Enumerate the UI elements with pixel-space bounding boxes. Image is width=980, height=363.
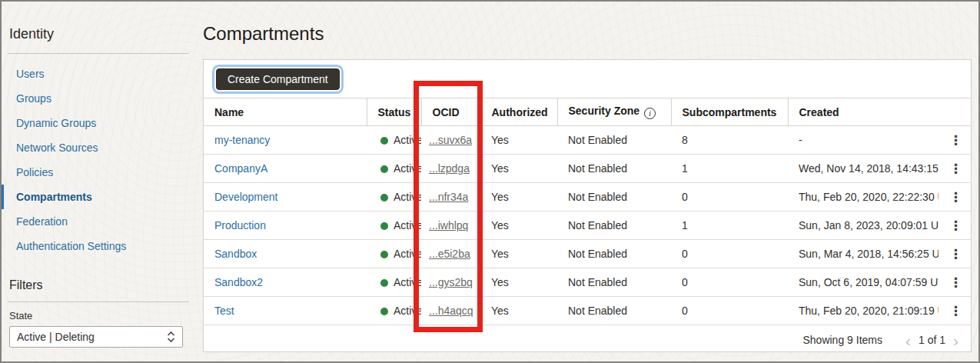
status-dot-icon: [380, 308, 388, 315]
ocid-link[interactable]: ...suvx6a: [429, 134, 472, 146]
sidebar-nav-item-label: Compartments: [16, 191, 92, 203]
ocid-cell: ...suvx6a: [421, 126, 480, 155]
create-compartment-button[interactable]: Create Compartment: [216, 68, 340, 90]
authorized-cell: Yes: [480, 155, 557, 183]
compartment-name-link[interactable]: Sandbox2: [214, 276, 263, 288]
authorized-cell: Yes: [480, 126, 557, 155]
actions-cell: ⋮: [938, 297, 971, 325]
sidebar-nav-item-label: Authentication Settings: [16, 240, 126, 252]
compartment-name-link[interactable]: Test: [214, 305, 234, 317]
security-zone-cell: Not Enabled: [557, 268, 671, 297]
divider: [8, 301, 189, 302]
ocid-link[interactable]: ...gys2bq: [429, 276, 473, 288]
sidebar-nav-item[interactable]: Dynamic Groups: [2, 111, 195, 135]
divider: [8, 53, 189, 54]
sidebar-nav-item[interactable]: Compartments: [2, 185, 195, 209]
ocid-link[interactable]: ...h4aqcq: [429, 305, 473, 317]
security-zone-cell: Not Enabled: [557, 297, 671, 325]
table-row: Development Active ...nfr34a Yes Not Ena…: [204, 183, 971, 211]
next-page-icon[interactable]: ›: [953, 332, 958, 348]
sidebar-nav-item-label: Dynamic Groups: [16, 117, 96, 129]
status-cell: Active: [367, 268, 421, 297]
ocid-cell: ...lzpdga: [421, 155, 480, 183]
sidebar-nav-item[interactable]: Policies: [2, 160, 195, 185]
column-header-authorized: Authorized: [480, 98, 557, 126]
name-cell: Production: [204, 211, 367, 240]
kebab-menu-icon[interactable]: ⋮: [949, 162, 962, 176]
actions-cell: ⋮: [938, 155, 971, 183]
sidebar-nav-item-label: Federation: [16, 215, 68, 228]
info-icon[interactable]: i: [644, 108, 656, 119]
toolbar: Create Compartment: [204, 60, 971, 98]
ocid-link[interactable]: ...iwhlpq: [429, 219, 468, 231]
authorized-cell: Yes: [480, 183, 557, 211]
previous-page-icon[interactable]: ‹: [905, 332, 911, 348]
kebab-menu-icon[interactable]: ⋮: [949, 304, 962, 318]
security-zone-cell: Not Enabled: [557, 183, 671, 211]
sidebar-nav-item[interactable]: Network Sources: [2, 135, 195, 160]
status-dot-icon: [380, 279, 388, 287]
kebab-menu-icon[interactable]: ⋮: [949, 247, 962, 261]
column-header-created: Created: [788, 98, 938, 126]
sidebar-nav-item[interactable]: Users: [2, 62, 195, 86]
sidebar-title: Identity: [9, 26, 195, 42]
oci-console-screenshot: Identity Users Groups Dynamic Groups Net…: [0, 0, 980, 363]
table-row: Test Active ...h4aqcq Yes Not Enabled 0 …: [204, 297, 971, 325]
status-text: Active: [394, 191, 421, 203]
ocid-cell: ...h4aqcq: [421, 297, 480, 325]
status-dot-icon: [380, 137, 388, 145]
actions-cell: ⋮: [938, 183, 971, 211]
pagination: ‹ 1 of 1 ›: [905, 332, 958, 348]
status-text: Active: [394, 219, 421, 231]
ocid-link[interactable]: ...e5i2ba: [429, 248, 470, 260]
column-header-name: Name: [204, 98, 367, 126]
filters-heading: Filters: [9, 278, 195, 292]
compartment-name-link[interactable]: Development: [214, 191, 278, 203]
security-zone-cell: Not Enabled: [557, 211, 671, 240]
security-zone-cell: Not Enabled: [557, 240, 671, 268]
created-cell: Thu, Feb 20, 2020, 21:09:19 UTC: [788, 297, 938, 325]
authorized-cell: Yes: [480, 240, 557, 268]
table-row: Production Active ...iwhlpq Yes Not Enab…: [204, 211, 971, 240]
ocid-link[interactable]: ...lzpdga: [429, 162, 470, 175]
sidebar-nav-item[interactable]: Federation: [2, 209, 195, 234]
ocid-link[interactable]: ...nfr34a: [429, 191, 468, 203]
compartment-name-link[interactable]: CompanyA: [214, 162, 267, 175]
compartments-panel: Create Compartment Name Status OCID Auth…: [203, 59, 972, 352]
compartments-table: Name Status OCID Authorized Security Zon…: [204, 98, 971, 325]
name-cell: Sandbox: [204, 240, 367, 268]
security-zone-cell: Not Enabled: [557, 155, 671, 183]
subcompartments-cell: 0: [671, 240, 788, 268]
column-header-security-zone: Security Zonei: [557, 98, 671, 126]
kebab-menu-icon[interactable]: ⋮: [949, 275, 962, 290]
compartment-name-link[interactable]: Sandbox: [214, 248, 257, 260]
ocid-cell: ...e5i2ba: [421, 240, 480, 268]
created-cell: Sun, Oct 6, 2019, 04:07:59 UTC: [788, 268, 938, 297]
sidebar-nav-item-label: Groups: [16, 92, 51, 105]
page-indicator: 1 of 1: [919, 334, 945, 346]
compartment-name-link[interactable]: my-tenancy: [214, 134, 270, 146]
state-select[interactable]: Active | Deleting: [9, 326, 183, 348]
compartment-name-link[interactable]: Production: [214, 219, 266, 231]
name-cell: CompanyA: [204, 155, 367, 183]
kebab-menu-icon[interactable]: ⋮: [949, 218, 962, 233]
status-dot-icon: [380, 165, 388, 173]
kebab-menu-icon[interactable]: ⋮: [949, 133, 962, 148]
sidebar-nav-item[interactable]: Groups: [2, 86, 195, 111]
column-header-actions: [938, 98, 971, 126]
status-dot-icon: [380, 194, 388, 201]
items-count-text: Showing 9 Items: [802, 334, 882, 346]
sidebar-nav-item[interactable]: Authentication Settings: [2, 234, 195, 258]
state-filter-label: State: [9, 310, 195, 321]
kebab-menu-icon[interactable]: ⋮: [949, 190, 962, 205]
subcompartments-cell: 0: [671, 297, 788, 325]
security-zone-cell: Not Enabled: [557, 126, 671, 155]
created-cell: Wed, Nov 14, 2018, 14:43:15 UTC: [788, 155, 938, 183]
ocid-cell: ...gys2bq: [421, 268, 480, 297]
name-cell: my-tenancy: [204, 126, 367, 155]
table-row: CompanyA Active ...lzpdga Yes Not Enable…: [204, 155, 971, 183]
status-cell: Active: [367, 240, 421, 268]
actions-cell: ⋮: [938, 211, 971, 240]
status-text: Active: [394, 305, 421, 317]
column-header-status: Status: [367, 98, 421, 126]
